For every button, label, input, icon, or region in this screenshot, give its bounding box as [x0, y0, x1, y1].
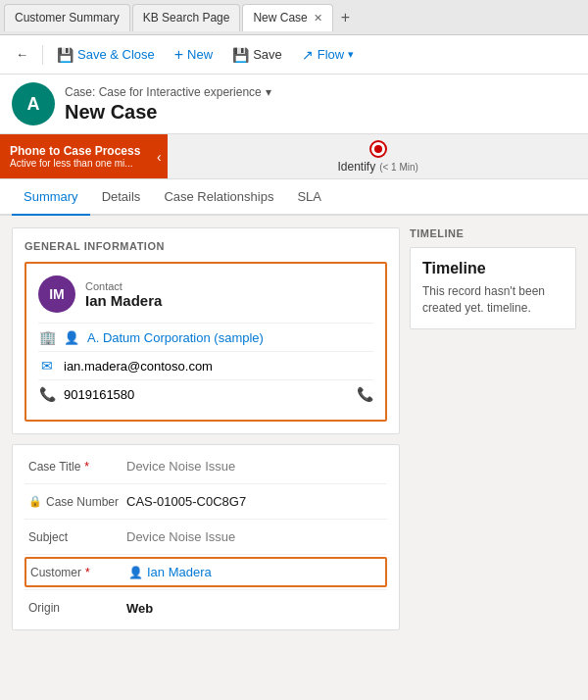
- general-info-title: GENERAL INFORMATION: [24, 240, 387, 252]
- tab-sla[interactable]: SLA: [285, 179, 333, 216]
- main-content: GENERAL INFORMATION IM Contact Ian Mader…: [0, 216, 588, 695]
- record-title-area: Case: Case for Interactive experience ▾ …: [65, 85, 576, 124]
- call-icon[interactable]: 📞: [357, 386, 373, 402]
- case-title-value[interactable]: Device Noise Issue: [126, 459, 383, 474]
- customer-contact-icon: 👤: [128, 566, 143, 579]
- flow-icon: ↗: [302, 47, 314, 63]
- origin-label: Origin: [28, 601, 126, 615]
- customer-value[interactable]: 👤 Ian Madera: [128, 565, 381, 579]
- left-column: GENERAL INFORMATION IM Contact Ian Mader…: [12, 227, 400, 683]
- case-number-label: 🔒 Case Number: [28, 495, 126, 509]
- flow-dropdown-icon: ▾: [348, 48, 354, 61]
- subject-field: Subject Device Noise Issue: [24, 520, 387, 555]
- bpf-step-inner: [374, 145, 382, 153]
- contact-header: IM Contact Ian Madera: [38, 275, 373, 313]
- nav-tabs: Summary Details Case Relationships SLA: [0, 179, 588, 216]
- record-header: A Case: Case for Interactive experience …: [0, 75, 588, 134]
- origin-field: Origin Web: [24, 590, 387, 625]
- tab-details[interactable]: Details: [90, 179, 153, 216]
- case-number-field: 🔒 Case Number CAS-01005-C0C8G7: [24, 484, 387, 520]
- case-title-field: Case Title * Device Noise Issue: [24, 449, 387, 484]
- tab-new-case[interactable]: New Case ✕: [242, 4, 332, 31]
- timeline-empty-text: This record hasn't been created yet. tim…: [422, 283, 564, 317]
- tab-summary[interactable]: Summary: [12, 179, 90, 216]
- bpf-active-stage: Phone to Case Process Active for less th…: [0, 134, 150, 178]
- back-icon: ←: [16, 47, 28, 62]
- phone-icon: 📞: [38, 386, 56, 402]
- bpf-step-circle: [369, 140, 387, 158]
- breadcrumb-chevron-icon: ▾: [266, 85, 271, 99]
- bpf-step-identify[interactable]: Identify (< 1 Min): [337, 140, 417, 174]
- contact-company-row: 🏢 👤 A. Datum Corporation (sample): [38, 323, 373, 351]
- browser-tab-bar: Customer Summary KB Search Page New Case…: [0, 0, 588, 35]
- record-breadcrumb[interactable]: Case: Case for Interactive experience ▾: [65, 85, 576, 99]
- record-avatar: A: [12, 82, 55, 125]
- customer-required: *: [85, 566, 90, 579]
- contact-phone-row: 📞 9019161580 📞: [38, 379, 373, 408]
- timeline-card: Timeline This record hasn't been created…: [410, 247, 576, 329]
- close-tab-icon[interactable]: ✕: [314, 12, 322, 25]
- contact-info: Contact Ian Madera: [85, 280, 162, 309]
- save-icon: 💾: [232, 47, 249, 63]
- form-fields-card: Case Title * Device Noise Issue 🔒 Case N…: [12, 444, 400, 630]
- building-icon: 🏢: [38, 329, 56, 345]
- mail-icon: ✉: [38, 358, 56, 374]
- new-icon: +: [174, 46, 183, 64]
- case-title-label: Case Title *: [28, 460, 126, 474]
- bpf-steps: Identify (< 1 Min): [168, 134, 588, 178]
- contact-avatar: IM: [38, 275, 75, 313]
- toolbar: ← 💾 Save & Close + New 💾 Save ↗ Flow ▾: [0, 35, 588, 75]
- customer-label: Customer *: [30, 566, 128, 579]
- tab-case-relationships[interactable]: Case Relationships: [152, 179, 285, 216]
- back-button[interactable]: ←: [8, 43, 36, 66]
- timeline-title: Timeline: [422, 260, 564, 277]
- subject-label: Subject: [28, 530, 126, 544]
- case-title-required: *: [84, 460, 89, 474]
- tab-kb-search-page[interactable]: KB Search Page: [132, 4, 241, 31]
- subject-value[interactable]: Device Noise Issue: [126, 529, 383, 544]
- right-column: TIMELINE Timeline This record hasn't bee…: [410, 227, 576, 683]
- bpf-collapse-button[interactable]: ‹: [150, 134, 168, 178]
- save-button[interactable]: 💾 Save: [224, 43, 290, 67]
- save-close-button[interactable]: 💾 Save & Close: [49, 43, 163, 67]
- add-tab-button[interactable]: +: [335, 7, 356, 28]
- flow-button[interactable]: ↗ Flow ▾: [294, 43, 362, 67]
- lock-icon: 🔒: [28, 495, 42, 508]
- contact-icon-2: 👤: [64, 330, 79, 345]
- case-number-value: CAS-01005-C0C8G7: [126, 494, 383, 509]
- timeline-section-title: TIMELINE: [410, 227, 576, 239]
- collapse-icon: ‹: [157, 149, 162, 165]
- bpf-bar: Phone to Case Process Active for less th…: [0, 134, 588, 179]
- toolbar-divider-1: [42, 45, 43, 65]
- contact-card: IM Contact Ian Madera 🏢 👤 A. Datum Corpo…: [24, 262, 387, 422]
- record-title: New Case: [65, 101, 576, 124]
- contact-email-row: ✉ ian.madera@contoso.com: [38, 351, 373, 379]
- origin-value: Web: [126, 601, 383, 616]
- save-close-icon: 💾: [57, 47, 74, 63]
- general-info-card: GENERAL INFORMATION IM Contact Ian Mader…: [12, 227, 400, 434]
- new-button[interactable]: + New: [167, 42, 220, 68]
- company-link[interactable]: A. Datum Corporation (sample): [87, 330, 264, 345]
- customer-field-row: Customer * 👤 Ian Madera: [24, 555, 387, 590]
- tab-customer-summary[interactable]: Customer Summary: [4, 4, 130, 31]
